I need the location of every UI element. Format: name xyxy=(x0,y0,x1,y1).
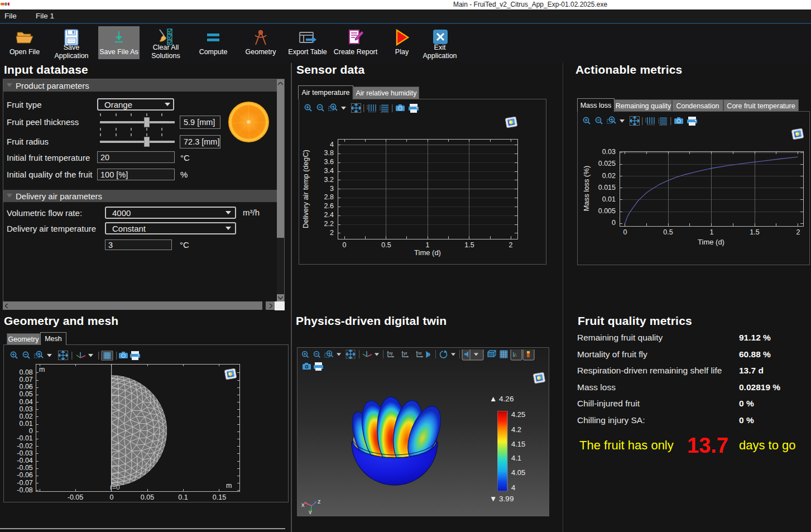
svg-text:z: z xyxy=(318,499,321,505)
svg-text:x: x xyxy=(301,501,305,508)
svg-text:yz: yz xyxy=(404,351,407,356)
svg-text:y: y xyxy=(309,509,312,514)
svg-text:xz: xz xyxy=(418,351,422,355)
svg-text:xy: xy xyxy=(389,351,393,356)
